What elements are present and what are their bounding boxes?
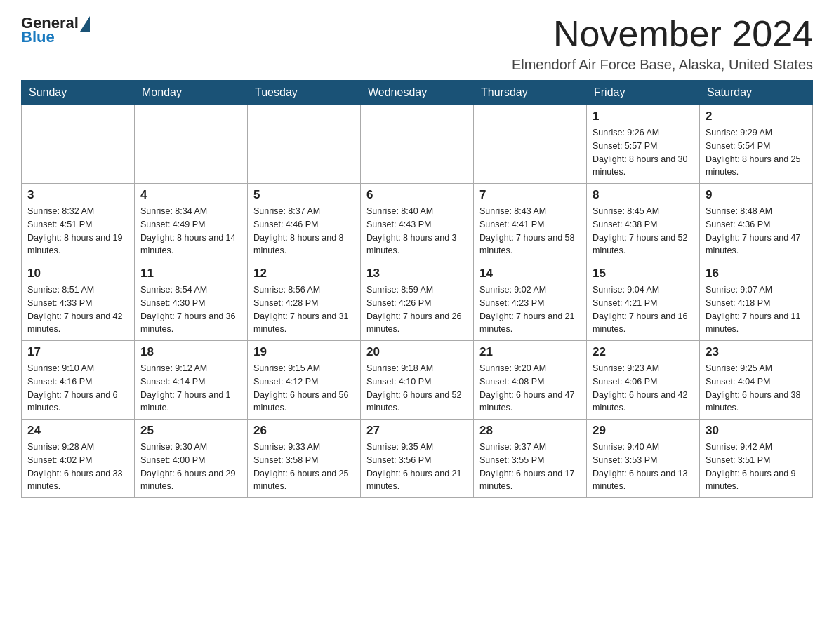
calendar-cell: 23Sunrise: 9:25 AMSunset: 4:04 PMDayligh…	[700, 341, 813, 420]
calendar-cell	[361, 105, 474, 184]
calendar-cell: 20Sunrise: 9:18 AMSunset: 4:10 PMDayligh…	[361, 341, 474, 420]
day-number: 4	[140, 188, 241, 202]
calendar-cell: 10Sunrise: 8:51 AMSunset: 4:33 PMDayligh…	[22, 262, 135, 341]
calendar-cell: 30Sunrise: 9:42 AMSunset: 3:51 PMDayligh…	[700, 420, 813, 498]
weekday-header: Tuesday	[248, 81, 361, 105]
day-number: 24	[27, 424, 128, 438]
day-number: 16	[706, 267, 807, 281]
calendar-cell: 5Sunrise: 8:37 AMSunset: 4:46 PMDaylight…	[248, 184, 361, 262]
calendar-table: SundayMondayTuesdayWednesdayThursdayFrid…	[21, 80, 813, 498]
calendar-cell: 26Sunrise: 9:33 AMSunset: 3:58 PMDayligh…	[248, 420, 361, 498]
month-title: November 2024	[512, 14, 813, 54]
day-number: 25	[140, 424, 241, 438]
day-number: 12	[253, 267, 355, 281]
calendar-cell: 7Sunrise: 8:43 AMSunset: 4:41 PMDaylight…	[474, 184, 587, 262]
day-number: 10	[27, 267, 128, 281]
page-header: General Blue November 2024 Elmendorf Air…	[21, 14, 813, 73]
day-number: 8	[593, 188, 694, 202]
day-info: Sunrise: 9:10 AMSunset: 4:16 PMDaylight:…	[27, 362, 128, 415]
day-info: Sunrise: 9:37 AMSunset: 3:55 PMDaylight:…	[479, 441, 581, 493]
day-number: 22	[593, 345, 694, 359]
day-info: Sunrise: 9:15 AMSunset: 4:12 PMDaylight:…	[253, 362, 355, 415]
logo-triangle-icon	[80, 16, 90, 32]
day-info: Sunrise: 8:54 AMSunset: 4:30 PMDaylight:…	[140, 283, 241, 336]
day-number: 7	[479, 188, 581, 202]
day-info: Sunrise: 8:37 AMSunset: 4:46 PMDaylight:…	[253, 205, 355, 257]
calendar-cell	[248, 105, 361, 184]
calendar-cell: 25Sunrise: 9:30 AMSunset: 4:00 PMDayligh…	[135, 420, 248, 498]
day-number: 3	[27, 188, 128, 202]
calendar-cell: 3Sunrise: 8:32 AMSunset: 4:51 PMDaylight…	[22, 184, 135, 262]
calendar-week-row: 17Sunrise: 9:10 AMSunset: 4:16 PMDayligh…	[22, 341, 813, 420]
calendar-cell	[474, 105, 587, 184]
day-info: Sunrise: 8:51 AMSunset: 4:33 PMDaylight:…	[27, 283, 128, 336]
calendar-cell: 1Sunrise: 9:26 AMSunset: 5:57 PMDaylight…	[587, 105, 700, 184]
day-number: 20	[366, 345, 468, 359]
day-number: 18	[140, 345, 241, 359]
day-number: 13	[366, 267, 468, 281]
calendar-cell: 17Sunrise: 9:10 AMSunset: 4:16 PMDayligh…	[22, 341, 135, 420]
calendar-cell: 4Sunrise: 8:34 AMSunset: 4:49 PMDaylight…	[135, 184, 248, 262]
calendar-cell: 14Sunrise: 9:02 AMSunset: 4:23 PMDayligh…	[474, 262, 587, 341]
day-number: 19	[253, 345, 355, 359]
calendar-week-row: 3Sunrise: 8:32 AMSunset: 4:51 PMDaylight…	[22, 184, 813, 262]
day-number: 30	[706, 424, 807, 438]
weekday-header: Wednesday	[361, 81, 474, 105]
day-info: Sunrise: 9:40 AMSunset: 3:53 PMDaylight:…	[593, 441, 694, 493]
day-info: Sunrise: 9:29 AMSunset: 5:54 PMDaylight:…	[706, 126, 807, 179]
day-info: Sunrise: 8:56 AMSunset: 4:28 PMDaylight:…	[253, 283, 355, 336]
calendar-cell: 11Sunrise: 8:54 AMSunset: 4:30 PMDayligh…	[135, 262, 248, 341]
day-number: 23	[706, 345, 807, 359]
weekday-header: Monday	[135, 81, 248, 105]
day-number: 5	[253, 188, 355, 202]
day-number: 26	[253, 424, 355, 438]
day-info: Sunrise: 9:28 AMSunset: 4:02 PMDaylight:…	[27, 441, 128, 493]
day-info: Sunrise: 9:25 AMSunset: 4:04 PMDaylight:…	[706, 362, 807, 415]
day-number: 29	[593, 424, 694, 438]
day-number: 2	[706, 109, 807, 123]
calendar-cell: 8Sunrise: 8:45 AMSunset: 4:38 PMDaylight…	[587, 184, 700, 262]
calendar-cell	[22, 105, 135, 184]
day-info: Sunrise: 8:40 AMSunset: 4:43 PMDaylight:…	[366, 205, 468, 257]
day-info: Sunrise: 9:07 AMSunset: 4:18 PMDaylight:…	[706, 283, 807, 336]
day-number: 15	[593, 267, 694, 281]
calendar-cell: 12Sunrise: 8:56 AMSunset: 4:28 PMDayligh…	[248, 262, 361, 341]
calendar-week-row: 1Sunrise: 9:26 AMSunset: 5:57 PMDaylight…	[22, 105, 813, 184]
day-number: 1	[593, 109, 694, 123]
day-info: Sunrise: 9:35 AMSunset: 3:56 PMDaylight:…	[366, 441, 468, 493]
title-section: November 2024 Elmendorf Air Force Base, …	[512, 14, 813, 73]
calendar-week-row: 24Sunrise: 9:28 AMSunset: 4:02 PMDayligh…	[22, 420, 813, 498]
logo: General Blue	[21, 14, 90, 46]
calendar-cell: 24Sunrise: 9:28 AMSunset: 4:02 PMDayligh…	[22, 420, 135, 498]
calendar-cell: 9Sunrise: 8:48 AMSunset: 4:36 PMDaylight…	[700, 184, 813, 262]
day-number: 27	[366, 424, 468, 438]
calendar-cell: 15Sunrise: 9:04 AMSunset: 4:21 PMDayligh…	[587, 262, 700, 341]
weekday-header: Sunday	[22, 81, 135, 105]
calendar-cell: 29Sunrise: 9:40 AMSunset: 3:53 PMDayligh…	[587, 420, 700, 498]
calendar-cell: 19Sunrise: 9:15 AMSunset: 4:12 PMDayligh…	[248, 341, 361, 420]
day-info: Sunrise: 9:02 AMSunset: 4:23 PMDaylight:…	[479, 283, 581, 336]
day-info: Sunrise: 8:43 AMSunset: 4:41 PMDaylight:…	[479, 205, 581, 257]
day-info: Sunrise: 8:32 AMSunset: 4:51 PMDaylight:…	[27, 205, 128, 257]
day-number: 28	[479, 424, 581, 438]
day-info: Sunrise: 8:34 AMSunset: 4:49 PMDaylight:…	[140, 205, 241, 257]
day-info: Sunrise: 8:48 AMSunset: 4:36 PMDaylight:…	[706, 205, 807, 257]
day-info: Sunrise: 9:23 AMSunset: 4:06 PMDaylight:…	[593, 362, 694, 415]
calendar-cell: 22Sunrise: 9:23 AMSunset: 4:06 PMDayligh…	[587, 341, 700, 420]
calendar-cell: 16Sunrise: 9:07 AMSunset: 4:18 PMDayligh…	[700, 262, 813, 341]
day-info: Sunrise: 8:45 AMSunset: 4:38 PMDaylight:…	[593, 205, 694, 257]
calendar-cell: 2Sunrise: 9:29 AMSunset: 5:54 PMDaylight…	[700, 105, 813, 184]
calendar-cell: 28Sunrise: 9:37 AMSunset: 3:55 PMDayligh…	[474, 420, 587, 498]
calendar-cell: 13Sunrise: 8:59 AMSunset: 4:26 PMDayligh…	[361, 262, 474, 341]
day-info: Sunrise: 9:30 AMSunset: 4:00 PMDaylight:…	[140, 441, 241, 493]
day-info: Sunrise: 9:20 AMSunset: 4:08 PMDaylight:…	[479, 362, 581, 415]
day-number: 17	[27, 345, 128, 359]
day-info: Sunrise: 9:26 AMSunset: 5:57 PMDaylight:…	[593, 126, 694, 179]
calendar-cell: 6Sunrise: 8:40 AMSunset: 4:43 PMDaylight…	[361, 184, 474, 262]
day-number: 21	[479, 345, 581, 359]
weekday-header: Saturday	[700, 81, 813, 105]
calendar-cell: 27Sunrise: 9:35 AMSunset: 3:56 PMDayligh…	[361, 420, 474, 498]
logo-blue: Blue	[21, 28, 55, 46]
weekday-header: Friday	[587, 81, 700, 105]
weekday-header: Thursday	[474, 81, 587, 105]
